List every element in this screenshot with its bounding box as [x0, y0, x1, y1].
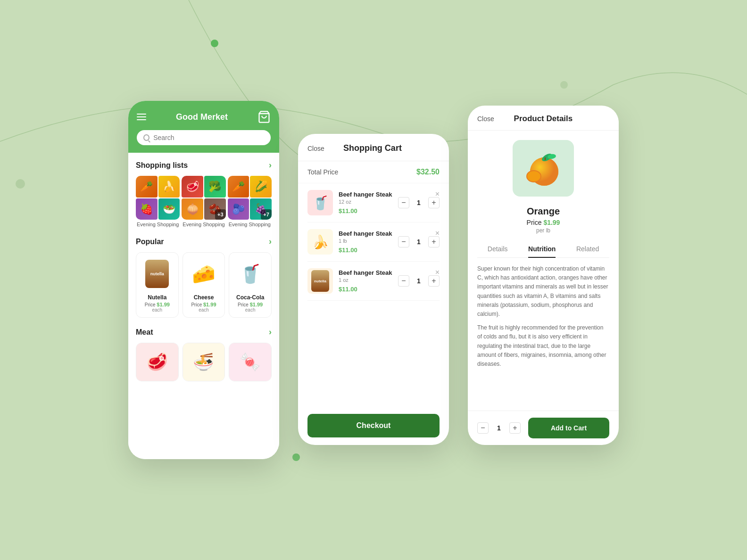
- product-price-label: Price $1.99: [233, 302, 267, 307]
- cart-item-weight: 1 lb: [339, 238, 392, 244]
- product-name: Orange: [468, 206, 619, 217]
- quantity-increase-button[interactable]: +: [428, 197, 440, 208]
- cart-item-price: $11.00: [339, 247, 392, 254]
- steak-image: 🥩: [136, 343, 178, 381]
- popular-more-button[interactable]: ›: [269, 237, 272, 247]
- quantity-increase-button[interactable]: +: [428, 275, 440, 287]
- list-label: Evening Shopping: [182, 222, 225, 227]
- product-card-cheese[interactable]: 🧀 Cheese Price $1.99 each: [183, 252, 225, 318]
- quantity-value: 1: [414, 238, 423, 246]
- product-details-header: Close Product Details: [468, 106, 619, 131]
- list-item[interactable]: 🥕 🍌 🍓 🥗 Evening Shopping: [136, 176, 180, 227]
- product-price: $1.99: [157, 302, 170, 307]
- tab-nutrition[interactable]: Nutrition: [528, 240, 556, 257]
- description-paragraph-2: The fruit is highly recommended for the …: [477, 323, 609, 369]
- popular-title: Popular: [136, 238, 164, 246]
- list-overlay: +3: [215, 209, 226, 220]
- total-price-label: Total Price: [307, 168, 338, 176]
- quantity-decrease-button[interactable]: −: [477, 422, 489, 434]
- product-price-label: Price $1.99: [140, 302, 174, 307]
- cart-icon[interactable]: [257, 110, 271, 124]
- search-input[interactable]: [153, 134, 264, 141]
- quantity-decrease-button[interactable]: −: [398, 236, 409, 247]
- product-card-cocacola[interactable]: 🥤 Coca-Cola Price $1.99 each: [229, 252, 272, 318]
- product-unit: each: [187, 307, 221, 313]
- menu-icon[interactable]: [137, 114, 146, 120]
- meat-grid: 🥩 🍜 🍬: [136, 343, 272, 381]
- shopping-lists-more-button[interactable]: ›: [269, 160, 272, 170]
- description-paragraph-1: Super known for their high concentration…: [477, 264, 609, 319]
- cart-item-image: nutella: [307, 268, 333, 294]
- list-item[interactable]: 🥩 🥦 🧅 🫘 +3 Evening Shopping: [182, 176, 225, 227]
- product-price: $1.99: [543, 219, 560, 226]
- cart-title: Shopping Cart: [343, 143, 402, 153]
- search-bar[interactable]: [137, 130, 271, 145]
- shopping-lists-grid: 🥕 🍌 🍓 🥗 Evening Shopping 🥩 🥦: [136, 176, 272, 227]
- cart-item-name: Beef hanger Steak: [339, 191, 392, 198]
- quantity-increase-button[interactable]: +: [428, 236, 440, 247]
- list-overlay: +7: [261, 209, 272, 220]
- cart-item-remove-button[interactable]: ×: [435, 268, 440, 277]
- cart-item-weight: 1 oz: [339, 277, 392, 283]
- product-image-section: [468, 131, 619, 206]
- svg-point-9: [527, 171, 540, 181]
- product-image-bg: [513, 140, 574, 197]
- phone-shopping-cart: Close Shopping Cart Total Price $32.50 🥤…: [298, 134, 449, 445]
- popular-grid: nutella Nutella Price $1.99 each 🧀 Chees…: [136, 252, 272, 318]
- total-price-value: $32.50: [416, 168, 440, 176]
- quantity-decrease-button[interactable]: −: [398, 275, 409, 287]
- product-name: Nutella: [140, 294, 174, 301]
- product-price: $1.99: [250, 302, 263, 307]
- product-description: Super known for their high concentration…: [468, 258, 619, 375]
- checkout-button[interactable]: Checkout: [307, 414, 440, 437]
- product-name: Coca-Cola: [233, 294, 267, 301]
- quantity-controls: − 1 +: [477, 422, 521, 434]
- meat-more-button[interactable]: ›: [269, 327, 272, 337]
- product-name: Cheese: [187, 294, 221, 301]
- quantity-increase-button[interactable]: +: [509, 422, 521, 434]
- cart-item: 🍌 Beef hanger Steak 1 lb $11.00 − 1 + ×: [307, 222, 440, 262]
- list-label: Evening Shopping: [136, 222, 180, 227]
- cart-item-quantity: − 1 +: [398, 275, 440, 287]
- cocacola-product-image: 🥤: [236, 260, 265, 288]
- quantity-value: 1: [494, 424, 504, 432]
- app-title: Good Merket: [176, 112, 228, 122]
- product-card-nutella[interactable]: nutella Nutella Price $1.99 each: [136, 252, 179, 318]
- product-price: $1.99: [203, 302, 216, 307]
- cart-item-name: Beef hanger Steak: [339, 269, 392, 276]
- cart-item-info: Beef hanger Steak 12 oz $11.00: [339, 191, 392, 214]
- app-header: Good Merket: [128, 101, 279, 153]
- cart-item-image: 🍌: [307, 229, 333, 255]
- meat-card-noodles[interactable]: 🍜: [183, 343, 225, 381]
- product-close-button[interactable]: Close: [477, 115, 494, 123]
- phone-good-merket: Good Merket Shopping lists ›: [128, 101, 279, 459]
- meat-title: Meat: [136, 328, 153, 337]
- popular-section-header: Popular ›: [136, 237, 272, 247]
- cart-item-info: Beef hanger Steak 1 oz $11.00: [339, 269, 392, 293]
- cart-close-button[interactable]: Close: [307, 145, 324, 152]
- price-label: Price: [527, 219, 544, 226]
- add-to-cart-button[interactable]: Add to Cart: [528, 418, 609, 438]
- cart-item-quantity: − 1 +: [398, 197, 440, 208]
- cart-item: nutella Beef hanger Steak 1 oz $11.00 − …: [307, 262, 440, 301]
- list-item[interactable]: 🥕 🌽 🫐 🍇 +7 Evening Shopping: [228, 176, 272, 227]
- meat-section-header: Meat ›: [136, 327, 272, 337]
- cheese-product-image: 🧀: [190, 260, 218, 288]
- quantity-decrease-button[interactable]: −: [398, 197, 409, 208]
- meat-card-snack[interactable]: 🍬: [229, 343, 272, 381]
- quantity-value: 1: [414, 277, 423, 285]
- cart-total-row: Total Price $32.50: [298, 161, 449, 183]
- meat-card-steak[interactable]: 🥩: [136, 343, 179, 381]
- tab-details[interactable]: Details: [488, 240, 508, 257]
- cart-item-name: Beef hanger Steak: [339, 230, 392, 237]
- orange-product-image: [520, 147, 567, 189]
- product-unit: each: [140, 307, 174, 313]
- cart-item-remove-button[interactable]: ×: [435, 190, 440, 198]
- tab-related[interactable]: Related: [576, 240, 599, 257]
- product-unit: each: [233, 307, 267, 313]
- cart-item-price: $11.00: [339, 207, 392, 214]
- nutella-product-image: nutella: [145, 260, 169, 288]
- cart-item-info: Beef hanger Steak 1 lb $11.00: [339, 230, 392, 254]
- cart-item-remove-button[interactable]: ×: [435, 229, 440, 238]
- phone-product-details: Close Product Details: [468, 106, 619, 445]
